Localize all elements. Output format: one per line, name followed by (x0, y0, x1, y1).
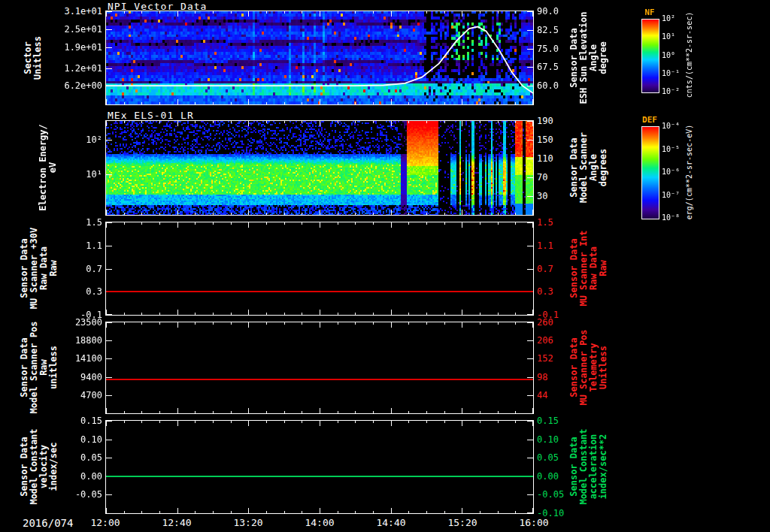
y-tick-mark (527, 49, 533, 50)
x-tick-mark (141, 411, 142, 413)
y-tick-label-left: 2.5e+01 (30, 24, 102, 35)
x-tick-mark (426, 322, 427, 325)
x-tick-mark (391, 210, 392, 215)
x-tick-mark (462, 310, 462, 315)
y-tick-mark (106, 358, 112, 359)
x-tick-mark (248, 508, 249, 513)
nf-colorbar-unit-label: cnts/(cm**2-sr-sec) (684, 12, 694, 98)
x-tick-mark (177, 408, 178, 413)
x-tick-mark (124, 322, 125, 325)
x-tick-mark (391, 11, 392, 17)
x-tick-mark (106, 222, 107, 228)
colorbar-tick-label: 10⁻⁴ (662, 122, 680, 130)
x-tick-label: 12:00 (75, 517, 135, 528)
x-tick-mark (515, 222, 516, 225)
x-tick-mark (177, 421, 178, 426)
y-tick-mark (527, 494, 533, 495)
y-tick-label-left: 6.2e+00 (30, 80, 102, 91)
colorbar-tick-label: 10⁻⁵ (662, 145, 680, 153)
y-tick-label-right: 98 (537, 372, 547, 382)
x-tick-mark (426, 313, 427, 315)
y-tick-mark (527, 86, 533, 86)
nf-colorbar-title: NF (636, 8, 663, 17)
y-tick-label-right: 206 (537, 335, 553, 346)
x-tick-mark (320, 210, 320, 215)
y-tick-mark (106, 421, 112, 422)
x-tick-mark (106, 11, 107, 17)
x-tick-mark (266, 421, 267, 423)
x-tick-mark (532, 11, 533, 17)
model-constant-velocity-panel (105, 420, 534, 514)
y-tick-mark (106, 314, 112, 315)
x-tick-mark (338, 102, 338, 104)
x-tick-mark (159, 421, 160, 423)
x-tick-mark (498, 322, 499, 325)
x-tick-mark (124, 511, 125, 513)
x-tick-mark (266, 222, 267, 225)
y-tick-label-left: 10¹ (30, 169, 102, 180)
x-tick-mark (532, 121, 533, 126)
y-tick-mark (106, 29, 112, 30)
x-tick-mark (480, 313, 480, 315)
y-tick-mark (527, 67, 533, 68)
x-tick-mark (498, 121, 499, 123)
x-tick-mark (498, 411, 499, 413)
colorbar-tick-label: 10⁻⁷ (662, 191, 680, 199)
x-tick-mark (248, 310, 249, 315)
x-tick-mark (141, 121, 142, 123)
x-tick-mark (462, 508, 462, 513)
x-tick-mark (195, 511, 196, 513)
y-tick-mark (106, 11, 112, 12)
x-tick-mark (515, 421, 516, 423)
x-tick-mark (231, 411, 232, 413)
x-tick-mark (106, 121, 107, 126)
x-tick-mark (408, 11, 409, 14)
x-tick-mark (532, 421, 533, 426)
x-tick-mark (462, 99, 462, 104)
x-tick-mark (177, 508, 178, 513)
x-tick-mark (177, 222, 178, 228)
x-tick-mark (498, 421, 499, 423)
x-tick-mark (284, 102, 285, 104)
x-tick-mark (106, 408, 107, 413)
y-tick-mark (527, 196, 533, 197)
x-tick-mark (195, 411, 196, 413)
x-tick-mark (391, 310, 392, 315)
x-tick-mark (373, 222, 374, 225)
y-tick-mark (527, 377, 533, 378)
x-axis-date-label: 2016/074 (23, 517, 73, 529)
x-tick-mark (213, 11, 214, 14)
x-tick-mark (106, 99, 107, 104)
x-tick-mark (338, 11, 338, 14)
x-tick-mark (480, 11, 480, 14)
y-tick-mark (106, 140, 112, 141)
y-tick-label-right: 67.5 (537, 62, 559, 72)
y-tick-mark (527, 30, 533, 31)
y-tick-label-left: 1.5 (30, 217, 102, 228)
x-tick-mark (444, 11, 445, 14)
x-tick-mark (195, 121, 196, 123)
y-tick-mark (527, 269, 533, 270)
x-tick-mark (391, 121, 392, 126)
x-tick-mark (338, 313, 338, 315)
x-tick-mark (159, 411, 160, 413)
x-tick-mark (355, 213, 356, 215)
x-tick-mark (444, 102, 445, 104)
x-tick-mark (338, 421, 338, 423)
x-tick-mark (462, 421, 462, 426)
x-tick-mark (141, 421, 142, 423)
y-tick-label-right: 0.05 (537, 452, 559, 463)
x-tick-mark (462, 408, 462, 413)
mu-scanner-30v-panel (105, 222, 534, 316)
x-tick-mark (106, 322, 107, 328)
x-tick-mark (159, 322, 160, 325)
x-tick-mark (532, 310, 533, 315)
y-tick-label-left: 0.10 (30, 434, 102, 445)
x-tick-mark (320, 222, 320, 228)
x-tick-mark (426, 421, 427, 423)
nf-colorbar (641, 19, 659, 93)
x-tick-mark (159, 213, 160, 215)
x-tick-mark (498, 102, 499, 104)
x-tick-mark (177, 99, 178, 104)
y-tick-mark (106, 174, 112, 175)
